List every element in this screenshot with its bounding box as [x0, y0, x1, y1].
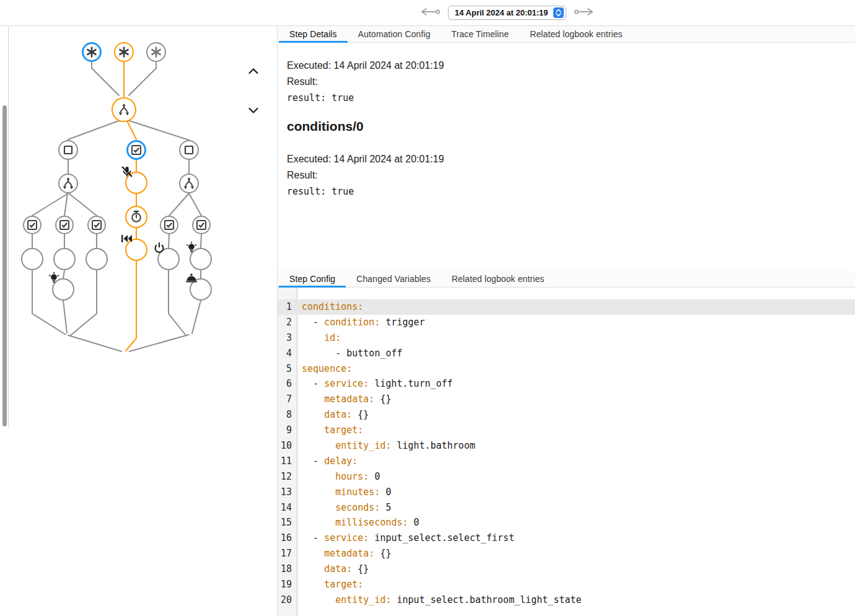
branch-split-icon — [182, 177, 196, 190]
right-branch-check-node-1[interactable] — [160, 216, 178, 234]
tab-step-config[interactable]: Step Config — [279, 271, 346, 287]
right-branch-condition-node[interactable] — [179, 140, 199, 160]
code-text: target: — [297, 423, 363, 438]
line-number: 16 — [278, 530, 297, 546]
step-heading: conditions/0 — [287, 118, 845, 135]
left-branch-condition-node[interactable] — [58, 140, 78, 160]
step-details-panel: Step DetailsAutomation ConfigTrace Timel… — [278, 26, 855, 271]
asterisk-icon — [85, 45, 99, 59]
line-number: 20 — [278, 592, 297, 608]
code-line-19[interactable]: 19 target: — [278, 577, 855, 592]
line-number: 14 — [278, 500, 297, 516]
line-number: 8 — [278, 407, 297, 423]
code-text: metadata: {} — [297, 546, 392, 561]
code-line-2[interactable]: 2 - condition: trigger — [278, 315, 855, 330]
line-number: 11 — [278, 454, 297, 469]
light-action-node-right[interactable] — [190, 248, 212, 270]
line-number: 19 — [278, 577, 297, 592]
code-line-3[interactable]: 3 id: — [278, 330, 855, 346]
code-line-14[interactable]: 14 seconds: 5 — [278, 500, 855, 516]
left-branch-check-node-2[interactable] — [55, 216, 74, 234]
power-action-node[interactable] — [157, 248, 180, 270]
step-config-panel: Step ConfigChanged VariablesRelated logb… — [278, 271, 855, 616]
timer-icon — [129, 210, 143, 224]
code-line-7[interactable]: 7 metadata: {} — [278, 392, 855, 407]
code-line-9[interactable]: 9 target: — [278, 423, 855, 438]
next-node-button[interactable] — [246, 103, 261, 120]
chevron-up-icon — [246, 71, 261, 81]
choose-branch-node[interactable] — [112, 97, 136, 122]
tab-automation-config[interactable]: Automation Config — [348, 26, 441, 42]
executed-text: Executed: 14 April 2024 at 20:01:19 — [287, 58, 845, 74]
checkbox-checked-icon — [162, 218, 176, 232]
square-outline-icon — [61, 143, 75, 157]
code-line-12[interactable]: 12 hours: 0 — [278, 469, 855, 485]
left-branch-light-action-node[interactable] — [52, 278, 74, 301]
left-branch-check-node-1[interactable] — [23, 216, 42, 234]
asterisk-icon — [117, 45, 131, 59]
previous-run-button[interactable] — [419, 7, 441, 18]
code-line-6[interactable]: 6 - service: light.turn_off — [278, 376, 855, 392]
code-text: target: — [297, 577, 363, 592]
tab-step-details[interactable]: Step Details — [279, 26, 348, 42]
result-code: result: true — [287, 183, 845, 200]
next-run-button[interactable] — [573, 7, 595, 18]
line-number: 9 — [278, 423, 297, 438]
right-branch-choose-node[interactable] — [179, 174, 199, 193]
line-number: 7 — [278, 392, 297, 407]
code-text: data: {} — [297, 561, 369, 577]
trigger-node-1[interactable] — [82, 42, 102, 62]
code-line-4[interactable]: 4 - button_off — [278, 346, 855, 361]
run-select[interactable]: 14 April 2024 at 20:01:19 — [448, 6, 566, 20]
code-text: - service: light.turn_off — [297, 376, 453, 392]
code-line-1[interactable]: 1conditions: — [278, 299, 855, 315]
checkbox-checked-icon — [25, 218, 39, 232]
tab-trace-timeline[interactable]: Trace Timeline — [441, 26, 520, 42]
code-text: id: — [297, 330, 341, 346]
tab-related-logbook-entries[interactable]: Related logbook entries — [441, 271, 555, 287]
checkbox-checked-icon — [58, 218, 71, 232]
code-line-18[interactable]: 18 data: {} — [278, 561, 855, 577]
code-text: - service: input_select.select_first — [297, 530, 514, 546]
left-branch-action-node-3[interactable] — [86, 248, 108, 270]
yaml-code-editor[interactable]: 1conditions:2 - condition: trigger3 id:4… — [278, 288, 855, 616]
code-text: hours: 0 — [297, 469, 380, 485]
code-line-20[interactable]: 20 entity_id: input_select.bathroom_ligh… — [278, 592, 855, 608]
tab-changed-variables[interactable]: Changed Variables — [346, 271, 441, 287]
mic-off-icon — [120, 165, 134, 178]
bell-action-node[interactable] — [190, 278, 212, 301]
code-line-8[interactable]: 8 data: {} — [278, 407, 855, 423]
left-branch-check-node-3[interactable] — [87, 216, 106, 234]
trigger-node-3[interactable] — [146, 42, 166, 62]
code-line-5[interactable]: 5sequence: — [278, 361, 855, 377]
code-text: milliseconds: 0 — [297, 515, 419, 530]
config-tabbar: Step ConfigChanged VariablesRelated logb… — [278, 271, 855, 288]
line-number: 4 — [278, 346, 297, 361]
left-branch-choose-node[interactable] — [58, 174, 78, 193]
tab-related-logbook-entries[interactable]: Related logbook entries — [519, 26, 633, 42]
asterisk-icon — [149, 45, 163, 59]
code-text: - button_off — [297, 346, 403, 361]
code-line-15[interactable]: 15 milliseconds: 0 — [278, 515, 855, 530]
previous-node-button[interactable] — [246, 64, 261, 81]
checkbox-checked-icon — [129, 143, 143, 157]
toolbar: 14 April 2024 at 20:01:19 — [0, 0, 855, 26]
arrow-left-to-circle-icon — [419, 7, 441, 18]
code-line-13[interactable]: 13 minutes: 0 — [278, 485, 855, 500]
code-text: sequence: — [297, 361, 352, 377]
code-text: entity_id: light.bathroom — [297, 438, 475, 454]
code-line-16[interactable]: 16 - service: input_select.select_first — [278, 530, 855, 546]
delay-node[interactable] — [125, 206, 147, 228]
line-number: 10 — [278, 438, 297, 454]
code-line-11[interactable]: 11 - delay: — [278, 454, 855, 469]
mic-off-action-node[interactable] — [125, 172, 147, 194]
skip-previous-action-node[interactable] — [125, 239, 147, 261]
left-branch-action-node-1[interactable] — [21, 248, 43, 270]
left-branch-action-node-2[interactable] — [53, 248, 76, 270]
trigger-node-2[interactable] — [114, 42, 134, 62]
line-number: 5 — [278, 361, 297, 377]
right-branch-check-node-2[interactable] — [192, 216, 211, 234]
selected-condition-node[interactable] — [126, 140, 146, 160]
code-line-10[interactable]: 10 entity_id: light.bathroom — [278, 438, 855, 454]
code-line-17[interactable]: 17 metadata: {} — [278, 546, 855, 561]
